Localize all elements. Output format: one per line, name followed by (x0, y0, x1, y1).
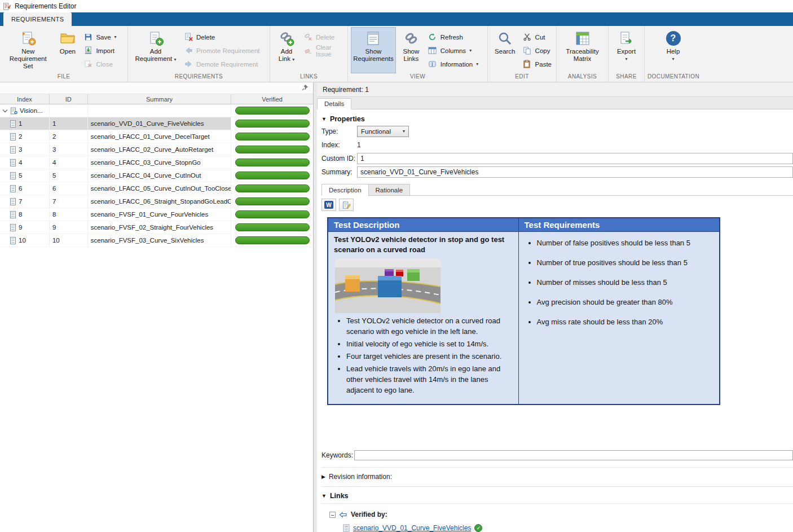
table-row[interactable]: 4 4 scenario_LFACC_03_Curve_StopnGo (0, 156, 313, 169)
table-row[interactable]: 6 6 scenario_LFACC_05_Curve_CutInOut_Too… (0, 182, 313, 195)
show-links-button[interactable]: ShowLinks (398, 27, 425, 73)
pin-icon[interactable] (301, 84, 309, 91)
summary-input[interactable] (357, 166, 793, 178)
edit-description-button[interactable] (339, 199, 354, 211)
close-icon (83, 60, 92, 69)
show-requirements-icon (365, 30, 381, 46)
row-index: 4 (19, 159, 22, 166)
bullet-item: Four target vehicles are present in the … (346, 351, 513, 362)
column-header-index[interactable]: Index (0, 94, 50, 104)
button-label: Add (279, 48, 294, 55)
new-requirement-set-button[interactable]: NewRequirement Set (3, 27, 53, 73)
export-button[interactable]: Export▾ (611, 27, 641, 73)
refresh-button[interactable]: Refresh (426, 32, 484, 42)
columns-button[interactable]: Columns ▾ (426, 46, 484, 55)
row-summary: scenario_VVD_01_Curve_FiveVehicles (91, 120, 204, 127)
table-row[interactable]: 9 9 scenario_FVSF_02_Straight_FourVehicl… (0, 221, 313, 234)
links-section-toggle[interactable]: ▼ Links (321, 486, 793, 500)
delete-icon (184, 33, 193, 42)
verified-indicator (235, 146, 310, 153)
table-row[interactable]: 10 10 scenario_FVSF_03_Curve_SixVehicles (0, 234, 313, 247)
demote-requirement-button[interactable]: Demote Requirement (182, 59, 267, 69)
verified-indicator (235, 133, 310, 140)
question-glyph: ? (671, 33, 676, 43)
row-id: 5 (52, 172, 56, 179)
copy-button[interactable]: Copy (521, 46, 553, 55)
paste-icon (523, 60, 532, 69)
button-label: Promote Requirement (196, 47, 260, 54)
requirement-icon (10, 146, 16, 153)
verified-indicator (235, 107, 310, 115)
verified-indicator (235, 184, 310, 192)
cut-button[interactable]: Cut (521, 32, 553, 42)
collapse-triangle-icon: ▼ (321, 116, 327, 122)
verified-indicator (235, 159, 310, 166)
column-header-verified[interactable]: Verified (231, 94, 313, 104)
tab-details[interactable]: Details (317, 98, 351, 109)
promote-requirement-button[interactable]: Promote Requirement (182, 46, 267, 55)
table-row[interactable]: 7 7 scenario_LFACC_06_Straight_StopandGo… (0, 195, 313, 208)
details-panel: Requirement: 1 Details ▼ Properties Type… (317, 82, 793, 532)
open-button[interactable]: Open (55, 27, 80, 73)
help-button[interactable]: ? Help▾ (658, 27, 689, 73)
requirement-set-row[interactable]: Vision... (0, 104, 313, 117)
verified-by-label: Verified by: (351, 511, 387, 518)
tree-collapse-icon[interactable] (3, 107, 7, 112)
bullet-item: Avg miss rate should be less than 20% (537, 317, 714, 327)
button-label: Columns (440, 47, 466, 54)
row-id: 10 (52, 237, 60, 244)
column-header-summary[interactable]: Summary (88, 94, 232, 104)
delete-requirement-button[interactable]: Delete (182, 32, 267, 42)
clear-issue-button[interactable]: Clear Issue (302, 46, 345, 55)
details-tab-strip: Details (317, 97, 793, 109)
tab-description[interactable]: Description (321, 184, 369, 196)
collapse-box-icon[interactable] (329, 512, 336, 518)
table-row[interactable]: 2 2 scenario_LFACC_01_Curve_DecelTarget (0, 130, 313, 143)
browser-rows: Vision... 1 1 scenario_VVD_01_Curve_Five… (0, 104, 313, 247)
button-label: Show (403, 48, 419, 55)
show-requirements-button[interactable]: ShowRequirements (351, 27, 396, 73)
revision-section-toggle[interactable]: ▶ Revision information: (321, 467, 793, 481)
table-row[interactable]: 8 8 scenario_FVSF_01_Curve_FourVehicles (0, 208, 313, 221)
table-row[interactable]: 3 3 scenario_LFACC_02_Curve_AutoRetarget (0, 143, 313, 156)
delete-link-button[interactable]: Delete (302, 32, 345, 42)
keywords-row: Keywords: (321, 450, 793, 460)
information-button[interactable]: Information ▾ (426, 59, 484, 69)
bullet-item: Number of misses should be less than 5 (537, 278, 714, 288)
verified-by-link[interactable]: scenario_VVD_01_Curve_FiveVehicles (353, 524, 471, 532)
open-in-word-button[interactable]: W (321, 199, 336, 211)
column-header-id[interactable]: ID (50, 94, 88, 104)
save-button[interactable]: Save ▾ (82, 32, 125, 42)
demote-icon (184, 60, 193, 69)
search-button[interactable]: Search (491, 27, 519, 73)
requirement-icon (10, 224, 16, 231)
verified-indicator (235, 197, 310, 205)
button-label: Delete (316, 34, 334, 41)
row-id: 4 (52, 159, 56, 166)
tab-requirements[interactable]: REQUIREMENTS (3, 12, 72, 26)
traceability-matrix-button[interactable]: TraceabilityMatrix (559, 27, 605, 73)
paste-button[interactable]: Paste (521, 59, 553, 69)
custom-id-input[interactable] (357, 153, 793, 164)
delete-link-icon (303, 33, 312, 42)
close-button[interactable]: Close (82, 59, 125, 69)
add-requirement-button[interactable]: AddRequirement ▾ (131, 27, 180, 73)
add-link-button[interactable]: AddLink ▾ (273, 27, 300, 73)
verified-by-row: Verified by: (329, 511, 793, 518)
button-label: Delete (196, 34, 215, 41)
table-row[interactable]: 5 5 scenario_LFACC_04_Curve_CutInOut (0, 169, 313, 182)
verified-indicator (235, 120, 310, 127)
keywords-input[interactable] (354, 450, 793, 460)
section-label-analysis: ANALYSIS (559, 73, 605, 82)
properties-section-toggle[interactable]: ▼ Properties (321, 114, 793, 124)
table-row[interactable]: 1 1 scenario_VVD_01_Curve_FiveVehicles (0, 117, 313, 130)
verified-indicator (235, 223, 310, 231)
row-summary: scenario_LFACC_04_Curve_CutInOut (91, 172, 201, 179)
properties-title: Properties (330, 115, 365, 123)
import-button[interactable]: Import (82, 46, 125, 55)
button-label: Export (617, 48, 636, 55)
tab-rationale[interactable]: Rationale (368, 184, 411, 196)
verified-indicator (235, 172, 310, 179)
show-links-icon (403, 30, 419, 46)
type-dropdown[interactable]: Functional ▾ (357, 126, 409, 137)
